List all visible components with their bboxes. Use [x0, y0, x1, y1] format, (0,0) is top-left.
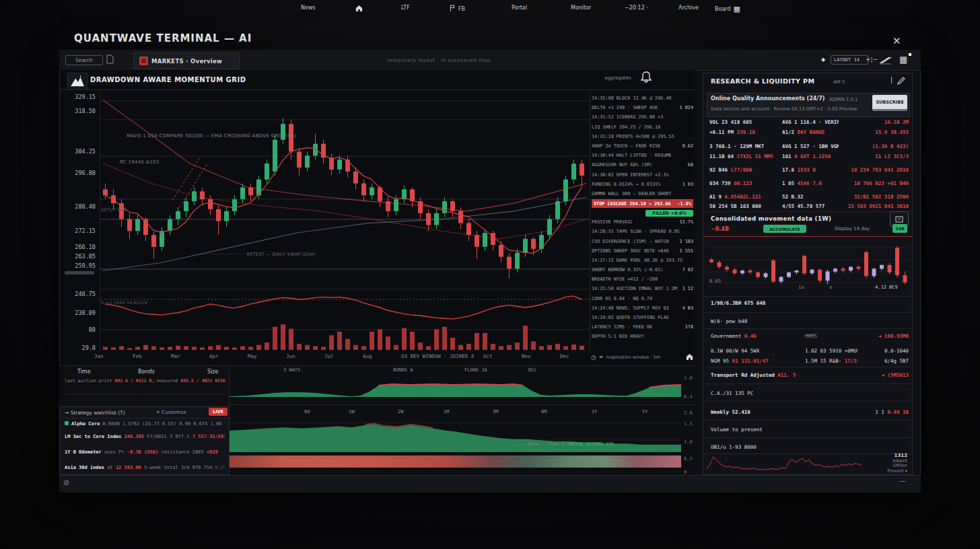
feed-item[interactable]: 14:31:18 PRINTS 4×500 @ 295.55 — [592, 132, 693, 141]
feed-value: 7 02 — [682, 267, 693, 272]
order-feed: 14:32:08 BLOCK 12.4K @ 296.40DELTA +1 24… — [590, 93, 695, 351]
feed-item[interactable]: VWAP 2σ TOUCH — FADE RISK0.62 — [592, 141, 693, 151]
flow-ylabel: 1.0 — [684, 439, 693, 445]
home-icon — [355, 5, 363, 13]
feed-item[interactable]: 14:25:58 AUCTION IMBAL BUY 1.2M1 12 — [592, 284, 693, 293]
tab-markets-overview[interactable]: MARKETS · Overview — [133, 52, 240, 69]
text-segment: resistance 2003 — [158, 449, 203, 455]
footer-item-fb[interactable]: FB — [450, 5, 465, 13]
text-segment: 52 B.32 — [782, 194, 804, 200]
strategy-title: → Strategy watchlist (7) — [65, 410, 125, 416]
footer-item-2012[interactable]: −20:12 · — [625, 5, 648, 11]
edit-pen-icon[interactable] — [897, 75, 906, 88]
stat-row-label[interactable]: W/A· pow b48 — [711, 318, 825, 324]
footer-label: FB — [458, 6, 465, 12]
strategy-row[interactable]: Alpha Core 0.9880 1.5762 (24.73 0.52) 0.… — [65, 421, 225, 427]
feed-pill-row: FILLED +0.6% — [592, 209, 693, 217]
footer-item-news[interactable]: News — [301, 5, 316, 11]
footer-item-monitor[interactable]: Monitor — [571, 5, 591, 11]
footer-item-archive[interactable]: Archive — [678, 5, 699, 11]
stat-row-label[interactable]: Transport Rd Adjusted A11. 5 — [711, 372, 825, 378]
feed-item[interactable]: 14:24:40 NEWS: SUPPLY REV Q34 B3 — [592, 303, 693, 313]
footer-item-portal[interactable]: Portal — [512, 5, 527, 11]
feed-text: GAMMA WALL 300 — DEALER SHORT — [592, 191, 672, 196]
feed-item[interactable]: LIQ SHELF 294.25 / 296.10 — [592, 122, 693, 132]
flow-annotation-green: 09318 151303 15% — [569, 441, 614, 447]
feed-item[interactable]: 14:24:02 QUOTE STUFFING FLAG — [592, 313, 693, 322]
sparkline-labels: 1312AAwellUMXorPresent ▾ — [863, 453, 907, 474]
market-tab-icon — [139, 57, 148, 65]
feed-item[interactable]: SHORT BORROW 0.31% (−0.02)7 02 — [592, 265, 693, 274]
layout-input[interactable] — [831, 55, 868, 65]
breadth-ylabel: 1.0 — [684, 375, 693, 381]
feed-item[interactable]: DELTA +1 240 · SWEEP ASK1 024 — [592, 103, 693, 112]
breadth-label: BONDS A — [393, 367, 413, 373]
feed-item[interactable]: CORR ES 0.84 · NQ 0.79 — [592, 294, 693, 303]
quote-cell: 52 B.32 — [782, 194, 839, 200]
feed-item[interactable]: 14:30:44 HALT LIFTED · RESUME — [592, 151, 693, 160]
axis-divider-handle[interactable] — [65, 271, 94, 274]
overlay-lines — [103, 100, 586, 270]
stat-row-label[interactable]: 1/98/6.JBH 675 648 — [711, 300, 825, 306]
stat-row-label[interactable]: OB1/u 1-93 8000 — [711, 444, 825, 450]
price-axis-label: 80 — [61, 326, 96, 333]
footer-item-ltf[interactable]: LTF — [401, 5, 410, 11]
strategy-row[interactable]: Asia 30d index at 12 583.08 5-week total… — [65, 465, 225, 470]
feed-item[interactable]: OPTIONS SWEEP 305C 0DTE ×8401 555 — [592, 246, 693, 256]
footer-label: LTF — [401, 5, 410, 11]
stat-row-label[interactable]: C.A./31 135 PC — [711, 390, 825, 396]
feed-item[interactable]: GAMMA WALL 300 — DEALER SHORT — [592, 189, 693, 198]
resize-mark[interactable]: — — [899, 477, 906, 484]
col-header-bonds[interactable]: Bonds — [138, 369, 155, 375]
col-header-time[interactable]: Time — [77, 369, 91, 375]
green-chip[interactable]: 24B — [893, 224, 907, 233]
strategy-row[interactable]: LM Sec to Core Index 246.395 F7/6021 3 0… — [65, 434, 225, 439]
text-segment: Volume to present — [711, 427, 763, 433]
window-title: QUANTWAVE TERMINAL — AI — [74, 32, 252, 44]
feed-item[interactable]: 14:28:31 TAPE SLOW · SPREAD 0.05 — [592, 227, 693, 236]
status-icon: ⊘ — [63, 478, 69, 487]
file-icon[interactable] — [106, 54, 114, 67]
stat-row-label[interactable]: Volume to present — [711, 427, 825, 433]
close-icon[interactable]: ✕ — [893, 35, 901, 47]
main-candlestick-chart[interactable] — [100, 93, 590, 352]
feed-item[interactable]: AGGRESSOR BUY 68% (5M)68 — [592, 160, 693, 170]
strategy-customize[interactable]: ✕ Customize — [156, 410, 186, 415]
footer-item-board[interactable]: Board▦ — [715, 5, 740, 13]
feed-alert-row[interactable]: STOP CASCADE 294.10 → 292.66-1.8% — [592, 199, 693, 208]
footer-item[interactable] — [355, 5, 363, 13]
feed-item[interactable]: BREADTH NYSE +412 / −288 — [592, 274, 693, 284]
quote-cell: 16.1B 2M — [839, 119, 909, 125]
bell-icon[interactable] — [641, 71, 652, 85]
compare-icon[interactable]: +¦− — [866, 56, 878, 63]
text-segment: 101 — [782, 153, 794, 159]
breadth-label: 3 WAYS — [283, 367, 300, 373]
fill-pill[interactable]: FILLED +0.6% — [645, 210, 693, 217]
home-icon[interactable] — [686, 351, 693, 363]
feed-item[interactable]: 14:30:02 OPEN INTEREST +2.1% — [592, 170, 693, 180]
time-sales-row[interactable]: last auction print 092.6 / 0321 B, measu… — [65, 378, 226, 383]
menu-icon[interactable]: ≡ — [599, 354, 604, 360]
feed-item[interactable]: LATENCY 12MS · FEED OK178 — [592, 322, 693, 332]
clock-text: negotiation window · 5m — [606, 355, 660, 360]
stat-row-label[interactable]: Weekly 52.410 — [711, 409, 825, 415]
display-range-label[interactable]: Display 14 day — [835, 226, 870, 231]
feed-item[interactable]: PASSIVE PREVAIL12.7% — [592, 217, 693, 227]
feed-item[interactable]: 14:31:52 ICEBERG 295.80 ×3 — [592, 112, 693, 122]
feed-item[interactable]: DEPTH 5:1 BID HEAVY — [592, 332, 693, 341]
row-divider — [703, 367, 912, 367]
text-segment: 3 768.1 · 129M MKT — [709, 143, 764, 149]
strategy-row[interactable]: 1Y B Odometer uses P+ -0.38 (USD) resist… — [65, 449, 225, 455]
col-header-size[interactable]: Size — [207, 369, 218, 375]
grid-layout-icon[interactable]: ▦ — [899, 54, 907, 65]
feed-item[interactable]: CVD DIVERGENCE (15M) — WATCH2 183 — [592, 236, 693, 246]
subscribe-button[interactable]: SUBSCRIBE — [872, 95, 907, 111]
draw-pen-icon[interactable] — [878, 55, 894, 68]
price-axis-label: 304.25 — [61, 148, 96, 155]
feed-item[interactable]: FUNDING 0.0124% → 0.0131%1 03 — [592, 180, 693, 189]
text-segment: 239.10 — [737, 129, 755, 135]
feed-item[interactable]: 14:32:08 BLOCK 12.4K @ 296.40 — [592, 94, 693, 103]
search-button[interactable]: Search — [65, 55, 103, 65]
aggregates-label: aggregates — [604, 75, 631, 81]
feed-item[interactable]: 14:27:12 DARK POOL 48.2K @ 293.75 — [592, 256, 693, 265]
